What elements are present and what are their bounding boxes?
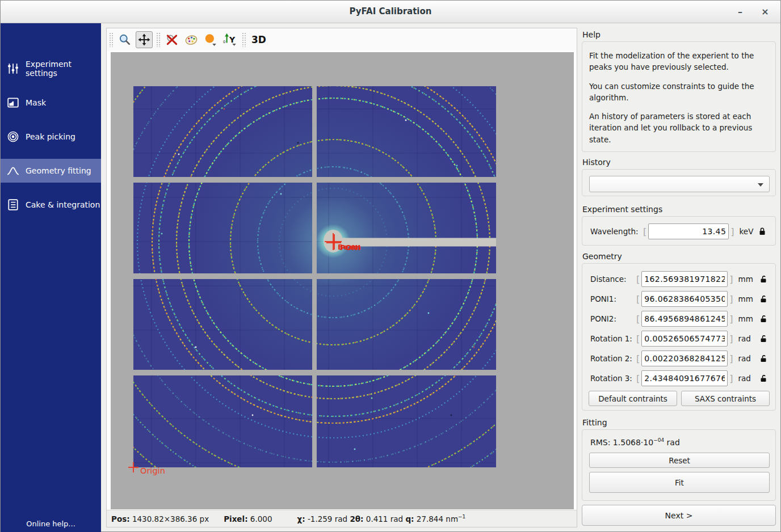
constraint-bracket-left[interactable]: [ bbox=[635, 333, 641, 344]
right-panel: Help Fit the modelization of the experie… bbox=[582, 23, 776, 532]
chevron-down-icon bbox=[758, 183, 763, 187]
geometry-row: Rotation 1:[]rad bbox=[590, 330, 768, 347]
wavelength-label: Wavelength: bbox=[590, 227, 641, 236]
reset-button[interactable]: Reset bbox=[589, 453, 770, 468]
constraint-bracket-left[interactable]: [ bbox=[641, 226, 648, 237]
sidebar-item-peak-picking[interactable]: Peak picking bbox=[1, 125, 101, 149]
sidebar-item-mask[interactable]: Mask bbox=[1, 91, 101, 115]
fitting-groupbox: RMS: 1.5068·10−04 rad Reset Fit bbox=[582, 429, 776, 501]
sidebar-item-cake-integration[interactable]: Cake & integration bbox=[1, 193, 101, 217]
lock-open-icon[interactable] bbox=[759, 354, 768, 363]
poni-marker-label: PONI bbox=[340, 243, 360, 252]
pixel-readout: Pixel: 6.000 bbox=[224, 514, 272, 523]
rms-readout: RMS: 1.5068·10−04 rad bbox=[590, 437, 680, 447]
svg-text:0: 0 bbox=[223, 40, 225, 45]
geometry-value-input[interactable] bbox=[641, 351, 728, 366]
chi-readout: χ: -1.259 rad bbox=[297, 514, 348, 523]
geometry-row: Rotation 2:[]rad bbox=[590, 350, 768, 367]
constraint-bracket-left[interactable]: [ bbox=[635, 353, 641, 364]
help-paragraph: You can customize constraints to guide t… bbox=[589, 81, 769, 104]
geometry-row-label: Rotation 3: bbox=[590, 374, 635, 383]
constraint-bracket-right[interactable]: ] bbox=[728, 373, 734, 384]
toolbar-drag-handle[interactable] bbox=[109, 32, 113, 47]
titlebar: PyFAI Calibration – × bbox=[1, 1, 780, 23]
geometry-value-input[interactable] bbox=[641, 311, 728, 327]
default-constraints-button[interactable]: Default contraints bbox=[589, 391, 677, 406]
position-statusbar: Pos: 1430.82×386.36 px Pixel: 6.000 χ: -… bbox=[107, 510, 577, 527]
geometry-row-unit: rad bbox=[738, 374, 754, 383]
sidebar-item-experiment-settings[interactable]: Experiment settings bbox=[1, 57, 101, 81]
geometry-value-input[interactable] bbox=[641, 271, 728, 287]
fitting-section-label: Fitting bbox=[582, 418, 607, 427]
geometry-row-unit: rad bbox=[738, 354, 754, 363]
close-button[interactable]: × bbox=[758, 5, 772, 19]
clear-zoom-button[interactable] bbox=[163, 31, 180, 48]
geometry-value-input[interactable] bbox=[641, 291, 728, 307]
pan-tool-button[interactable] bbox=[136, 31, 153, 48]
toolbar-drag-handle[interactable] bbox=[242, 32, 246, 47]
pos-readout: Pos: 1430.82×386.36 px bbox=[111, 514, 209, 523]
constraint-bracket-left[interactable]: [ bbox=[635, 274, 641, 285]
wavelength-unit: keV bbox=[740, 227, 754, 236]
fit-button[interactable]: Fit bbox=[589, 472, 770, 493]
sidebar-item-label: Cake & integration bbox=[26, 200, 100, 209]
lock-open-icon[interactable] bbox=[759, 275, 768, 284]
minimize-button[interactable]: – bbox=[733, 5, 748, 19]
constraint-bracket-right[interactable]: ] bbox=[728, 353, 734, 364]
constraint-bracket-left[interactable]: [ bbox=[635, 373, 641, 384]
geometry-row-label: Distance: bbox=[590, 275, 635, 284]
constraint-bracket-right[interactable]: ] bbox=[729, 226, 736, 237]
sidebar-item-label: Mask bbox=[26, 98, 46, 107]
lock-open-icon[interactable] bbox=[759, 374, 768, 383]
lock-open-icon[interactable] bbox=[759, 334, 768, 343]
lock-open-icon[interactable] bbox=[759, 314, 768, 323]
constraint-bracket-left[interactable]: [ bbox=[635, 294, 641, 305]
integration-icon bbox=[7, 199, 19, 211]
plot-widget: 0 Y 3D bbox=[106, 28, 577, 527]
sidebar-item-label: Geometry fitting bbox=[26, 166, 91, 175]
origin-marker-label: Origin bbox=[140, 466, 165, 475]
online-help-link[interactable]: Online help... bbox=[1, 520, 101, 528]
help-section-label: Help bbox=[582, 30, 601, 39]
constraint-bracket-right[interactable]: ] bbox=[728, 294, 734, 305]
help-paragraph: Fit the modelization of the experient to… bbox=[589, 50, 769, 73]
palette-icon bbox=[184, 33, 198, 47]
sliders-icon bbox=[7, 62, 19, 75]
geometry-section-label: Geometry bbox=[582, 252, 622, 261]
move-arrows-icon bbox=[138, 33, 150, 46]
history-dropdown[interactable] bbox=[589, 176, 770, 192]
geometry-value-input[interactable] bbox=[641, 370, 728, 386]
sidebar-item-label: Peak picking bbox=[26, 132, 75, 141]
svg-text:Y: Y bbox=[229, 35, 236, 44]
constraint-bracket-right[interactable]: ] bbox=[728, 333, 734, 344]
diffraction-canvas[interactable]: Beam PONI Origin bbox=[111, 52, 574, 509]
geometry-row-label: PONI1: bbox=[590, 294, 635, 303]
constraint-bracket-left[interactable]: [ bbox=[635, 314, 641, 324]
y-axis-icon: 0 Y bbox=[222, 33, 237, 47]
colormap-button[interactable] bbox=[183, 31, 200, 48]
lock-closed-icon[interactable] bbox=[758, 227, 767, 236]
geometry-row-unit: mm bbox=[738, 294, 754, 303]
zoom-tool-button[interactable] bbox=[116, 31, 133, 48]
peak-picking-icon bbox=[7, 130, 19, 143]
app-window: PyFAI Calibration – × Experiment setting… bbox=[0, 0, 781, 532]
geometry-row-label: PONI2: bbox=[590, 314, 635, 323]
magnifier-red-x-icon bbox=[165, 33, 179, 47]
toolbar-drag-handle[interactable] bbox=[156, 32, 160, 47]
geometry-value-input[interactable] bbox=[641, 331, 728, 347]
y-axis-orientation-button[interactable]: 0 Y bbox=[221, 31, 238, 48]
lock-open-icon[interactable] bbox=[759, 294, 768, 303]
geometry-row: Distance:[]mm bbox=[590, 271, 768, 288]
next-button[interactable]: Next > bbox=[582, 505, 776, 526]
help-paragraph: An history of parameters is stored at ea… bbox=[589, 111, 769, 145]
constraint-bracket-right[interactable]: ] bbox=[728, 274, 734, 285]
sidebar: Experiment settings Mask Peak picking Ge… bbox=[1, 23, 101, 532]
geometry-row: Rotation 3:[]rad bbox=[590, 370, 768, 387]
wavelength-input[interactable] bbox=[648, 223, 729, 239]
3d-view-button[interactable]: 3D bbox=[248, 34, 270, 45]
geometry-row-unit: mm bbox=[738, 275, 754, 284]
saxs-constraints-button[interactable]: SAXS contraints bbox=[681, 391, 770, 406]
constraint-bracket-right[interactable]: ] bbox=[728, 314, 734, 324]
sidebar-item-geometry-fitting[interactable]: Geometry fitting bbox=[1, 159, 101, 183]
marker-color-button[interactable] bbox=[202, 31, 219, 48]
